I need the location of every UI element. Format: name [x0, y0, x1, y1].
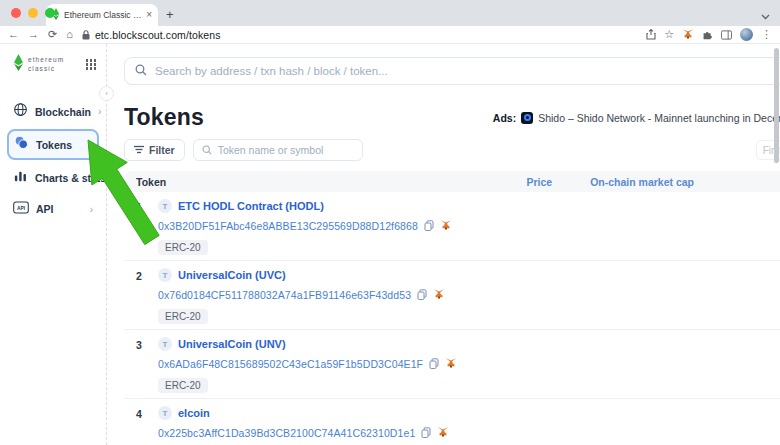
new-tab-button[interactable]: +	[166, 7, 174, 22]
bookmark-star-icon[interactable]: ☆	[664, 29, 674, 40]
sidebar-collapse-button[interactable]: ‹	[99, 86, 114, 101]
holders-count: 23,040	[747, 337, 780, 351]
globe-icon	[13, 102, 28, 121]
back-icon[interactable]: ←	[8, 29, 19, 40]
sidebar-item-api[interactable]: API API ›	[7, 195, 99, 223]
token-placeholder-icon: T	[158, 406, 172, 420]
reload-icon[interactable]: ⟳	[48, 29, 57, 40]
main-content: Search by address / txn hash / block / t…	[107, 44, 780, 445]
shido-icon	[521, 112, 533, 124]
tab-strip: Ethereum Classic tokens | Blo × +	[0, 0, 780, 26]
metamask-add-token-icon[interactable]	[437, 424, 449, 442]
sidebar-item-tokens[interactable]: Tokens	[7, 129, 99, 160]
metamask-add-token-icon[interactable]	[445, 355, 457, 373]
tokens-coins-icon	[14, 135, 29, 154]
sidebar-item-charts-stats[interactable]: Charts & stats	[7, 163, 99, 192]
browser-menu-kebab-icon[interactable]: ⋮	[761, 29, 772, 40]
row-index: 1	[136, 199, 148, 255]
table-row[interactable]: 1 T ETC HODL Contract (HODL) 0x3B20DF51F…	[124, 192, 780, 261]
token-placeholder-icon: T	[158, 199, 172, 213]
token-search-placeholder: Token name or symbol	[218, 144, 324, 156]
tab-close-icon[interactable]: ×	[146, 10, 152, 20]
column-header-market-cap[interactable]: On-chain market cap	[552, 176, 747, 188]
table-row[interactable]: 4 T elcoin 0x225bc3AffC1Da39Bd3CB2100C74…	[124, 399, 780, 445]
ad-banner: Ads: Shido – Shido Network - Mainnet lau…	[493, 112, 780, 124]
token-placeholder-icon: T	[158, 268, 172, 282]
global-search-placeholder: Search by address / txn hash / block / t…	[155, 65, 388, 77]
zoom-window-button[interactable]	[45, 8, 55, 18]
token-search-input[interactable]: Token name or symbol	[193, 139, 363, 161]
global-search-input[interactable]: Search by address / txn hash / block / t…	[124, 57, 780, 85]
chevron-right-icon: ›	[90, 204, 93, 215]
extensions-puzzle-icon[interactable]	[702, 26, 713, 44]
table-body: 1 T ETC HODL Contract (HODL) 0x3B20DF51F…	[124, 192, 780, 445]
row-index: 3	[136, 337, 148, 393]
metamask-extension-icon[interactable]	[682, 26, 694, 44]
browser-tab[interactable]: Ethereum Classic tokens | Blo ×	[46, 4, 158, 26]
tab-overview-chevron-icon[interactable]	[761, 6, 770, 24]
row-index: 2	[136, 268, 148, 324]
column-header-price[interactable]: Price	[457, 176, 552, 188]
table-row[interactable]: 2 T UniversalCoin (UVC) 0x76d0184CF51178…	[124, 261, 780, 330]
token-address-link[interactable]: 0x3B20DF51FAbc46e8ABBE13C295569D88D12f68…	[158, 220, 418, 232]
api-icon: API	[13, 200, 29, 218]
metamask-add-token-icon[interactable]	[433, 286, 445, 304]
url-text[interactable]: etc.blockscout.com/tokens	[95, 29, 221, 41]
tokens-table: Token Price On-chain market cap Holders …	[124, 171, 780, 445]
sidebar: ethereum classic ‹ Blockchain ›	[0, 44, 107, 445]
scrollbar-thumb[interactable]	[774, 48, 779, 163]
profile-avatar[interactable]	[740, 28, 753, 41]
forward-icon[interactable]: →	[28, 29, 39, 40]
sidebar-item-blockchain[interactable]: Blockchain ›	[7, 97, 99, 126]
side-panel-icon[interactable]	[721, 26, 732, 44]
filter-button[interactable]: Filter	[124, 139, 185, 161]
logo-text: ethereum classic	[28, 56, 64, 72]
copy-icon[interactable]	[424, 217, 434, 235]
close-window-button[interactable]	[11, 8, 21, 18]
holders-count: 24,048	[747, 268, 780, 282]
ethereum-classic-diamond-icon	[13, 54, 24, 75]
token-type-badge: ERC-20	[158, 378, 208, 393]
bar-chart-icon	[13, 168, 28, 187]
lock-icon[interactable]	[82, 26, 90, 44]
window-controls[interactable]	[11, 8, 55, 18]
share-icon[interactable]	[646, 26, 656, 44]
token-address-link[interactable]: 0x6ADa6F48C815689502C43eC1a59F1b5DD3C04E…	[158, 358, 423, 370]
ad-text: Shido – Shido Network - Mainnet launchin…	[538, 112, 780, 124]
home-icon[interactable]: ⌂	[66, 29, 73, 40]
token-name-link[interactable]: UniversalCoin (UVC)	[178, 269, 286, 281]
etc-logo[interactable]: ethereum classic	[0, 54, 106, 75]
url-bar: ← → ⟳ ⌂ etc.blockscout.com/tokens ☆	[0, 26, 780, 44]
token-address-link[interactable]: 0x76d0184CF511788032A74a1FB91146e63F43dd…	[158, 289, 411, 301]
metamask-add-token-icon[interactable]	[440, 217, 452, 235]
token-type-badge: ERC-20	[158, 309, 208, 324]
apps-grid-icon[interactable]	[86, 59, 97, 70]
token-type-badge: ERC-20	[158, 240, 208, 255]
search-icon	[135, 62, 147, 80]
copy-icon[interactable]	[421, 424, 431, 442]
browser-window: Ethereum Classic tokens | Blo × + ← → ⟳ …	[0, 0, 780, 445]
page-title: Tokens	[124, 104, 204, 131]
copy-icon[interactable]	[429, 355, 439, 373]
table-row[interactable]: 3 T UniversalCoin (UNV) 0x6ADa6F48C81568…	[124, 330, 780, 399]
search-icon	[202, 141, 212, 159]
token-address-link[interactable]: 0x225bc3AffC1Da39Bd3CB2100C74A41C62310D1…	[158, 427, 415, 439]
token-placeholder-icon: T	[158, 337, 172, 351]
svg-text:API: API	[17, 206, 26, 211]
row-index: 4	[136, 406, 148, 445]
ads-label: Ads:	[493, 112, 516, 124]
token-name-link[interactable]: ETC HODL Contract (HODL)	[178, 200, 324, 212]
column-header-token: Token	[136, 176, 457, 188]
column-header-holders[interactable]: Holders	[747, 176, 780, 188]
copy-icon[interactable]	[417, 286, 427, 304]
holders-count: 10,665	[747, 406, 780, 420]
token-name-link[interactable]: elcoin	[178, 407, 210, 419]
holders-count: 25,522	[747, 199, 780, 213]
chevron-right-icon: ›	[98, 106, 101, 117]
filter-icon	[134, 144, 144, 156]
token-name-link[interactable]: UniversalCoin (UNV)	[178, 338, 286, 350]
table-header-row: Token Price On-chain market cap Holders	[124, 171, 780, 192]
tab-title: Ethereum Classic tokens | Blo	[64, 10, 142, 20]
minimize-window-button[interactable]	[28, 8, 38, 18]
